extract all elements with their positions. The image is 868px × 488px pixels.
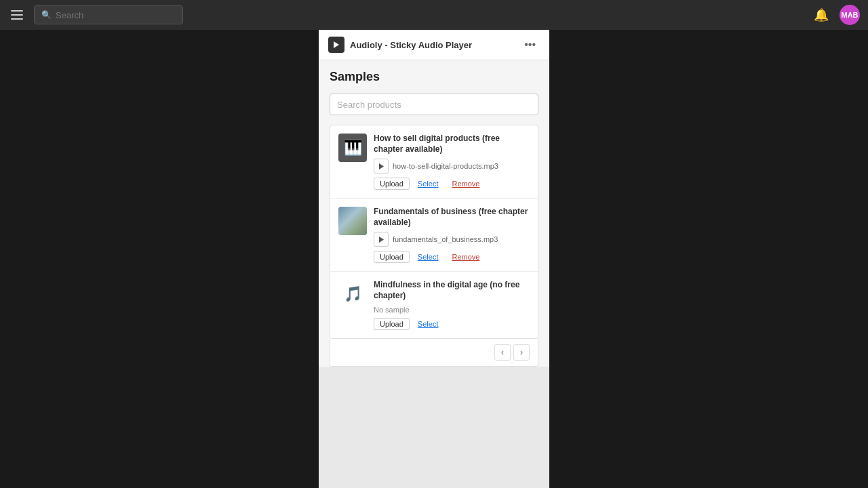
search-icon: 🔍 [41, 10, 52, 20]
product-name-3: Mindfulness in the digital age (no free … [374, 280, 530, 301]
list-item: 🎵 Mindfulness in the digital age (no fre… [330, 272, 538, 338]
remove-button-1[interactable]: Remove [446, 178, 485, 190]
more-options-button[interactable]: ••• [520, 38, 540, 52]
search-products-input[interactable] [330, 94, 538, 115]
piano-icon: 🎹 [344, 139, 362, 157]
product-thumbnail-2 [338, 207, 367, 235]
product-info-2: Fundamentals of business (free chapter a… [374, 207, 530, 263]
product-info-3: Mindfulness in the digital age (no free … [374, 280, 530, 329]
action-buttons-1: Upload Select Remove [374, 178, 530, 190]
landscape-thumbnail [338, 207, 367, 235]
list-item: 🎹 How to sell digital products (free cha… [330, 125, 538, 199]
avatar[interactable]: MAB [840, 5, 860, 25]
bell-icon: 🔔 [814, 8, 829, 22]
svg-marker-0 [334, 41, 339, 48]
upload-button-3[interactable]: Upload [374, 318, 410, 330]
action-buttons-2: Upload Select Remove [374, 251, 530, 263]
main-area: Audioly - Sticky Audio Player ••• Sample… [0, 30, 868, 488]
global-search-input[interactable] [56, 10, 176, 20]
app-logo [328, 37, 344, 53]
global-search-bar: 🔍 [34, 5, 183, 24]
prev-page-button[interactable]: ‹ [494, 344, 511, 361]
hamburger-button[interactable] [8, 7, 26, 22]
product-thumbnail-3: 🎵 [338, 280, 367, 308]
no-sample-label: No sample [374, 306, 530, 314]
remove-button-2[interactable]: Remove [446, 251, 485, 263]
bottom-area [319, 367, 549, 488]
product-list: 🎹 How to sell digital products (free cha… [330, 125, 538, 339]
pagination-footer: ‹ › [330, 339, 538, 367]
audio-file-row-1: how-to-sell-digital-products.mp3 [374, 159, 530, 174]
product-name-2: Fundamentals of business (free chapter a… [374, 207, 530, 228]
samples-heading: Samples [330, 70, 538, 84]
audio-file-row-2: fundamentals_of_business.mp3 [374, 232, 530, 247]
product-info-1: How to sell digital products (free chapt… [374, 134, 530, 190]
select-button-2[interactable]: Select [412, 251, 444, 263]
audio-filename-2: fundamentals_of_business.mp3 [393, 235, 498, 243]
action-buttons-3: Upload Select [374, 318, 530, 330]
select-button-1[interactable]: Select [412, 178, 444, 190]
select-button-3[interactable]: Select [412, 318, 444, 330]
audio-filename-1: how-to-sell-digital-products.mp3 [393, 162, 498, 170]
product-name-1: How to sell digital products (free chapt… [374, 134, 530, 155]
bell-button[interactable]: 🔔 [811, 5, 831, 25]
app-header: Audioly - Sticky Audio Player ••• [319, 30, 549, 60]
top-nav: 🔍 🔔 MAB [0, 0, 868, 30]
samples-section: Samples 🎹 How to sell digital products (… [319, 60, 549, 367]
list-item: Fundamentals of business (free chapter a… [330, 199, 538, 272]
upload-button-2[interactable]: Upload [374, 251, 410, 263]
svg-marker-1 [379, 163, 384, 169]
product-thumbnail-1: 🎹 [338, 134, 367, 162]
app-title: Audioly - Sticky Audio Player [350, 40, 515, 50]
play-button-2[interactable] [374, 232, 389, 247]
play-button-1[interactable] [374, 159, 389, 174]
app-panel: Audioly - Sticky Audio Player ••• Sample… [319, 30, 549, 488]
search-products-wrap [330, 94, 538, 115]
next-page-button[interactable]: › [513, 344, 530, 361]
svg-marker-2 [379, 237, 384, 243]
music-note-icon: 🎵 [344, 285, 362, 303]
upload-button-1[interactable]: Upload [374, 178, 410, 190]
